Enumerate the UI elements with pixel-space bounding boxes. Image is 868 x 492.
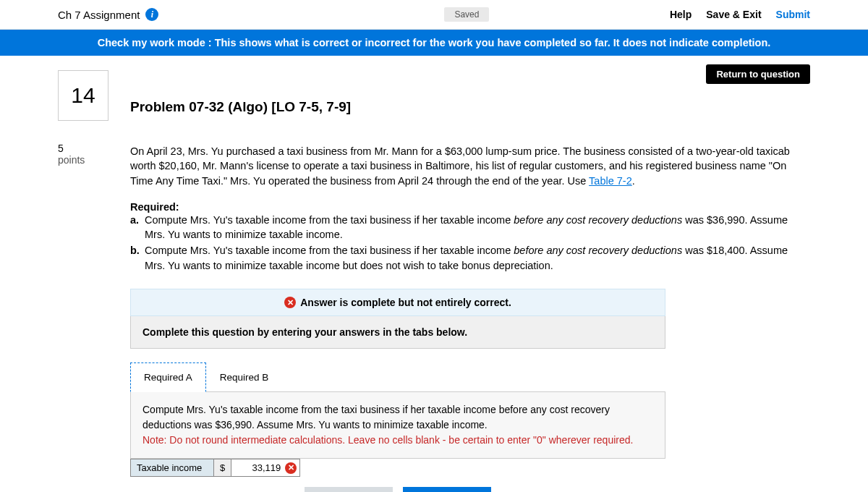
assignment-title-text: Ch 7 Assignment	[58, 9, 140, 21]
x-circle-icon: ✕	[284, 297, 296, 308]
answer-value: 33,119	[252, 462, 281, 473]
tab-required-a[interactable]: Required A	[130, 362, 206, 392]
required-label: Required:	[130, 201, 810, 213]
req-a-marker: a.	[130, 213, 145, 242]
tab-prompt: Compute Mrs. Yu's taxable income from th…	[142, 402, 653, 433]
problem-body: On April 23, Mrs. Yu purchased a taxi bu…	[130, 144, 810, 188]
help-link[interactable]: Help	[670, 9, 692, 20]
instruction-bar: Complete this question by entering your …	[130, 316, 665, 349]
prev-tab-button: ‹ Required A	[305, 487, 393, 492]
question-number-box: 14	[58, 70, 109, 121]
next-tab-button[interactable]: Required B ›	[403, 487, 491, 492]
tab-nav-bottom: ‹ Required A Required B ›	[130, 487, 665, 492]
tabs-row: Required A Required B	[130, 362, 665, 392]
save-exit-link[interactable]: Save & Exit	[706, 9, 761, 20]
status-banner: ✕ Answer is complete but not entirely co…	[130, 289, 665, 316]
submit-link[interactable]: Submit	[776, 9, 810, 20]
points-value: 5	[58, 143, 109, 154]
mode-banner: Check my work mode : This shows what is …	[0, 30, 868, 56]
question-content: Problem 07-32 (Algo) [LO 7-5, 7-9] On Ap…	[130, 70, 810, 492]
tab-note: Note: Do not round intermediate calculat…	[142, 433, 653, 448]
tab-content: Compute Mrs. Yu's taxable income from th…	[130, 392, 665, 459]
problem-title: Problem 07-32 (Algo) [LO 7-5, 7-9]	[130, 99, 810, 115]
top-bar: Ch 7 Assignment i Saved Help Save & Exit…	[0, 0, 868, 30]
req-a-text: Compute Mrs. Yu's taxable income from th…	[145, 213, 810, 242]
assignment-title: Ch 7 Assignment i	[58, 8, 158, 21]
tab-required-b[interactable]: Required B	[206, 362, 283, 392]
answer-label-cell: Taxable income	[131, 459, 214, 477]
points-label: points	[58, 154, 109, 166]
top-actions: Help Save & Exit Submit	[670, 9, 810, 20]
req-b-text: Compute Mrs. Yu's taxable income from th…	[145, 243, 810, 273]
info-icon[interactable]: i	[145, 8, 158, 21]
table-link[interactable]: Table 7-2	[589, 175, 632, 187]
answer-table: Taxable income $ 33,119 ✕	[130, 459, 300, 477]
points-block: 5 points	[58, 143, 109, 166]
requirements-list: a. Compute Mrs. Yu's taxable income from…	[130, 213, 810, 273]
saved-indicator: Saved	[444, 7, 489, 22]
incorrect-icon: ✕	[285, 462, 297, 474]
problem-body-text: On April 23, Mrs. Yu purchased a taxi bu…	[130, 145, 790, 187]
return-to-question-button[interactable]: Return to question	[706, 64, 810, 84]
answer-value-cell[interactable]: 33,119 ✕	[231, 459, 300, 477]
problem-body-end: .	[632, 175, 635, 187]
req-b-marker: b.	[130, 243, 145, 273]
answer-area: ✕ Answer is complete but not entirely co…	[130, 289, 665, 492]
status-text: Answer is complete but not entirely corr…	[300, 297, 511, 308]
currency-cell: $	[214, 459, 231, 477]
left-column: 14 5 points	[58, 70, 109, 492]
